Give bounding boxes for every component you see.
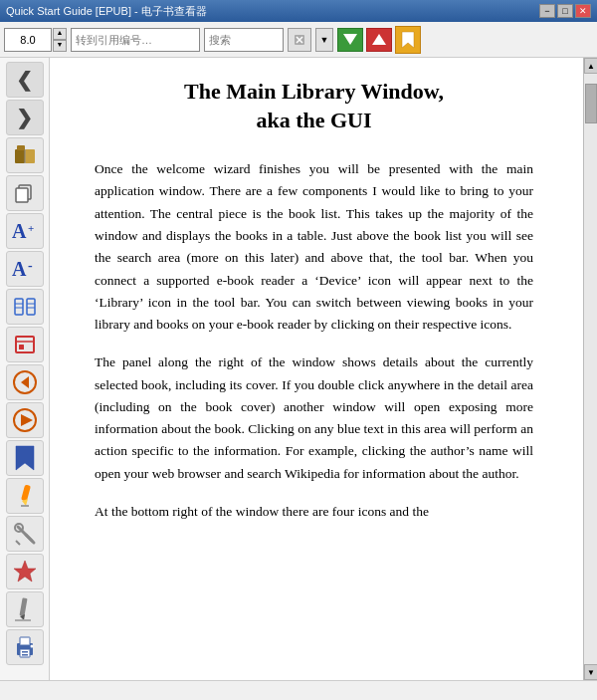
clear-icon <box>294 34 305 46</box>
title-bar: Quick Start Guide [EPUB] - 电子书查看器 − □ ✕ <box>0 0 597 22</box>
scroll-down-button[interactable]: ▼ <box>584 664 597 680</box>
search-clear-button[interactable] <box>288 28 311 52</box>
svg-line-33 <box>26 535 34 543</box>
main-layout: ❮ ❯ A + <box>0 58 597 680</box>
bookmark-sidebar-icon <box>14 445 36 471</box>
print-button[interactable] <box>6 629 44 665</box>
svg-marker-26 <box>21 414 33 426</box>
edit-button[interactable] <box>6 591 44 627</box>
page-title: The Main Library Window, aka the GUI <box>95 78 533 134</box>
svg-rect-36 <box>19 597 27 616</box>
window-title: Quick Start Guide [EPUB] - 电子书查看器 <box>6 4 539 19</box>
vertical-scrollbar[interactable]: ▲ ▼ <box>583 58 597 680</box>
toolbar: ▲ ▼ ▼ <box>0 22 597 58</box>
nav-arrows <box>337 26 421 54</box>
search-dropdown-button[interactable]: ▼ <box>315 28 333 52</box>
font-increase-button[interactable]: A + <box>6 213 44 249</box>
scroll-track[interactable] <box>584 74 597 664</box>
fullscreen-icon <box>12 333 38 356</box>
page-input-group: ▲ ▼ <box>4 28 67 52</box>
svg-text:A: A <box>12 220 27 242</box>
svg-rect-5 <box>25 149 35 163</box>
bookmark-button[interactable] <box>6 440 44 476</box>
bookmark-icon <box>401 31 415 49</box>
highlight-button[interactable] <box>6 478 44 514</box>
fullscreen-button[interactable] <box>6 327 44 362</box>
svg-rect-20 <box>16 337 34 352</box>
layout-button[interactable] <box>6 289 44 325</box>
font-increase-icon: A + <box>10 218 40 244</box>
minimize-button[interactable]: − <box>539 4 555 18</box>
copy-button[interactable] <box>6 175 44 211</box>
nav-down-button[interactable] <box>337 28 363 52</box>
forward-button[interactable]: ❯ <box>6 100 44 135</box>
svg-text:A: A <box>12 258 27 280</box>
svg-rect-42 <box>22 651 28 653</box>
play-button[interactable] <box>6 402 44 438</box>
search-input[interactable] <box>204 28 284 52</box>
paragraph-1: Once the welcome wizard finishes you wil… <box>95 158 533 336</box>
svg-rect-41 <box>20 649 30 657</box>
page-input[interactable] <box>4 28 52 52</box>
svg-text:-: - <box>28 258 33 273</box>
svg-line-34 <box>16 541 20 545</box>
down-arrow-icon <box>343 34 357 45</box>
svg-rect-22 <box>19 345 24 350</box>
close-button[interactable]: ✕ <box>575 4 591 18</box>
svg-marker-35 <box>14 561 36 582</box>
svg-rect-38 <box>15 619 31 621</box>
svg-point-44 <box>30 645 33 648</box>
back-button[interactable]: ❮ <box>6 62 44 98</box>
play-icon <box>11 406 39 434</box>
copy-icon <box>13 181 37 205</box>
open-icon <box>11 141 39 169</box>
content-wrap: The Main Library Window, aka the GUI Onc… <box>50 58 597 680</box>
font-decrease-icon: A - <box>10 256 40 282</box>
paragraph-3: At the bottom right of the window there … <box>95 501 533 523</box>
svg-rect-40 <box>20 637 30 645</box>
previous-button[interactable] <box>6 364 44 400</box>
svg-rect-14 <box>15 299 23 315</box>
svg-marker-3 <box>402 32 414 48</box>
page-content: The Main Library Window, aka the GUI Onc… <box>50 58 583 680</box>
svg-rect-7 <box>17 145 25 150</box>
svg-rect-43 <box>22 654 28 656</box>
page-spinner: ▲ ▼ <box>53 28 67 52</box>
spin-down-button[interactable]: ▼ <box>53 40 67 52</box>
svg-marker-27 <box>16 446 34 470</box>
bookmark-nav-button[interactable] <box>395 26 421 54</box>
nav-input[interactable] <box>71 28 200 52</box>
tools-icon <box>12 521 38 547</box>
highlight-icon <box>13 483 37 509</box>
svg-marker-24 <box>21 376 29 388</box>
svg-rect-15 <box>27 299 35 315</box>
forward-icon: ❯ <box>16 106 33 129</box>
print-icon <box>11 633 39 661</box>
star-button[interactable] <box>6 554 44 589</box>
status-bar <box>0 680 597 700</box>
svg-rect-28 <box>21 484 31 501</box>
spin-up-button[interactable]: ▲ <box>53 28 67 40</box>
svg-text:+: + <box>28 222 34 234</box>
up-arrow-icon <box>372 34 386 45</box>
svg-rect-4 <box>15 149 25 163</box>
tools-button[interactable] <box>6 516 44 552</box>
open-button[interactable] <box>6 137 44 173</box>
back-icon: ❮ <box>16 68 33 92</box>
scroll-thumb[interactable] <box>585 84 597 123</box>
sidebar: ❮ ❯ A + <box>0 58 50 680</box>
svg-rect-9 <box>16 188 28 202</box>
maximize-button[interactable]: □ <box>557 4 573 18</box>
nav-up-button[interactable] <box>366 28 392 52</box>
previous-icon <box>11 368 39 396</box>
window-controls: − □ ✕ <box>539 4 591 18</box>
edit-icon <box>13 596 37 622</box>
font-decrease-button[interactable]: A - <box>6 251 44 287</box>
star-icon <box>12 559 38 584</box>
paragraph-2: The panel along the right of the window … <box>95 351 533 485</box>
layout-icon <box>12 295 38 319</box>
scroll-up-button[interactable]: ▲ <box>584 58 597 74</box>
